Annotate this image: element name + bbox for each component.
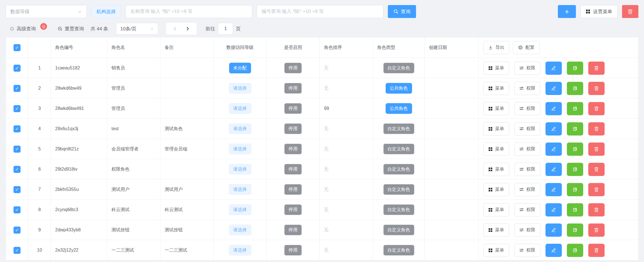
row-copy-button[interactable] (567, 143, 583, 156)
enabled-badge[interactable]: 停用 (284, 225, 302, 235)
row-copy-button[interactable] (567, 122, 583, 135)
row-checkbox[interactable]: ✓ (14, 206, 21, 213)
access-badge[interactable]: 请选择 (229, 144, 251, 154)
row-permission-button[interactable]: 权限 (514, 102, 540, 115)
row-edit-button[interactable] (545, 143, 562, 156)
row-permission-button[interactable]: 权限 (514, 244, 540, 257)
row-checkbox[interactable]: ✓ (14, 105, 21, 112)
row-menu-button[interactable]: 菜单 (483, 143, 509, 156)
row-menu-button[interactable]: 菜单 (483, 244, 509, 257)
row-checkbox[interactable]: ✓ (14, 227, 21, 234)
data-level-select[interactable]: 数据等级 (6, 5, 87, 18)
row-delete-button[interactable] (588, 223, 605, 237)
type-badge[interactable]: 公共角色 (386, 103, 412, 114)
type-badge[interactable]: 自定义角色 (383, 144, 414, 154)
access-badge[interactable]: 请选择 (229, 164, 251, 175)
row-menu-button[interactable]: 菜单 (483, 203, 509, 216)
row-delete-button[interactable] (588, 163, 605, 176)
page-size-select[interactable]: 10条/页 (116, 23, 158, 35)
enabled-badge[interactable]: 停用 (284, 103, 302, 114)
type-badge[interactable]: 自定义角色 (383, 63, 414, 73)
advanced-query-link[interactable]: 高级查询 0 (10, 26, 48, 32)
row-copy-button[interactable] (567, 244, 583, 257)
row-delete-button[interactable] (588, 203, 605, 216)
row-menu-button[interactable]: 菜单 (483, 163, 509, 176)
row-copy-button[interactable] (567, 82, 583, 95)
delete-selected-button[interactable] (622, 5, 638, 18)
access-badge[interactable]: 请选择 (229, 204, 251, 215)
type-badge[interactable]: 自定义角色 (383, 123, 414, 134)
row-edit-button[interactable] (545, 203, 562, 216)
select-all-checkbox[interactable]: ✓ (14, 44, 21, 51)
enabled-badge[interactable]: 停用 (284, 123, 302, 134)
row-edit-button[interactable] (545, 244, 562, 257)
type-badge[interactable]: 自定义角色 (383, 164, 414, 175)
row-permission-button[interactable]: 权限 (514, 82, 540, 95)
row-permission-button[interactable]: 权限 (514, 163, 540, 176)
row-checkbox[interactable]: ✓ (14, 65, 21, 72)
type-badge[interactable]: 公共角色 (386, 83, 412, 94)
reset-query-link[interactable]: 重置查询 (58, 26, 84, 32)
row-permission-button[interactable]: 权限 (514, 143, 540, 156)
type-badge[interactable]: 自定义角色 (383, 225, 414, 235)
row-delete-button[interactable] (588, 143, 605, 156)
config-button[interactable]: ⚙ 配置 (513, 41, 540, 54)
access-badge[interactable]: 请选择 (229, 225, 251, 235)
type-badge[interactable]: 自定义角色 (383, 245, 414, 256)
enabled-badge[interactable]: 停用 (284, 83, 302, 94)
enabled-badge[interactable]: 停用 (284, 204, 302, 215)
menu-settings-button[interactable]: 设置菜单 (580, 5, 618, 18)
row-permission-button[interactable]: 权限 (514, 203, 540, 216)
row-delete-button[interactable] (588, 122, 605, 135)
row-copy-button[interactable] (567, 102, 583, 115)
row-menu-button[interactable]: 菜单 (483, 122, 509, 135)
row-checkbox[interactable]: ✓ (14, 247, 21, 254)
row-checkbox[interactable]: ✓ (14, 85, 21, 92)
access-badge[interactable]: 未分配 (229, 63, 251, 73)
enabled-badge[interactable]: 停用 (284, 164, 302, 175)
access-badge[interactable]: 请选择 (229, 245, 251, 256)
org-select-button[interactable]: 机构选择 (91, 5, 121, 18)
row-delete-button[interactable] (588, 244, 605, 257)
row-menu-button[interactable]: 菜单 (483, 223, 509, 237)
type-badge[interactable]: 自定义角色 (383, 184, 414, 195)
row-copy-button[interactable] (567, 223, 583, 237)
goto-page-input[interactable] (218, 23, 233, 35)
row-edit-button[interactable] (545, 163, 562, 176)
row-edit-button[interactable] (545, 122, 562, 135)
search-button[interactable]: 查询 (388, 5, 416, 18)
enabled-badge[interactable]: 停用 (284, 245, 302, 256)
row-menu-button[interactable]: 菜单 (483, 102, 509, 115)
type-badge[interactable]: 自定义角色 (383, 204, 414, 215)
row-edit-button[interactable] (545, 62, 562, 75)
enabled-badge[interactable]: 停用 (284, 63, 302, 73)
next-page-button[interactable] (181, 23, 194, 35)
code-query-input[interactable] (257, 5, 383, 18)
row-delete-button[interactable] (588, 183, 605, 196)
row-copy-button[interactable] (567, 62, 583, 75)
access-badge[interactable]: 请选择 (229, 83, 251, 94)
access-badge[interactable]: 请选择 (229, 184, 251, 195)
row-menu-button[interactable]: 菜单 (483, 183, 509, 196)
row-delete-button[interactable] (588, 82, 605, 95)
access-badge[interactable]: 请选择 (229, 103, 251, 114)
row-delete-button[interactable] (588, 102, 605, 115)
row-copy-button[interactable] (567, 163, 583, 176)
row-checkbox[interactable]: ✓ (14, 146, 21, 153)
row-menu-button[interactable]: 菜单 (483, 82, 509, 95)
prev-page-button[interactable] (169, 23, 181, 35)
row-edit-button[interactable] (545, 183, 562, 196)
row-checkbox[interactable]: ✓ (14, 125, 21, 132)
row-edit-button[interactable] (545, 223, 562, 237)
row-copy-button[interactable] (567, 203, 583, 216)
row-edit-button[interactable] (545, 102, 562, 115)
row-permission-button[interactable]: 权限 (514, 122, 540, 135)
row-edit-button[interactable] (545, 82, 562, 95)
add-button[interactable]: + (558, 5, 576, 18)
row-permission-button[interactable]: 权限 (514, 183, 540, 196)
row-menu-button[interactable]: 菜单 (483, 62, 509, 75)
export-button[interactable]: 导出 (483, 41, 509, 54)
enabled-badge[interactable]: 停用 (284, 144, 302, 154)
enabled-badge[interactable]: 停用 (284, 184, 302, 195)
row-permission-button[interactable]: 权限 (514, 223, 540, 237)
